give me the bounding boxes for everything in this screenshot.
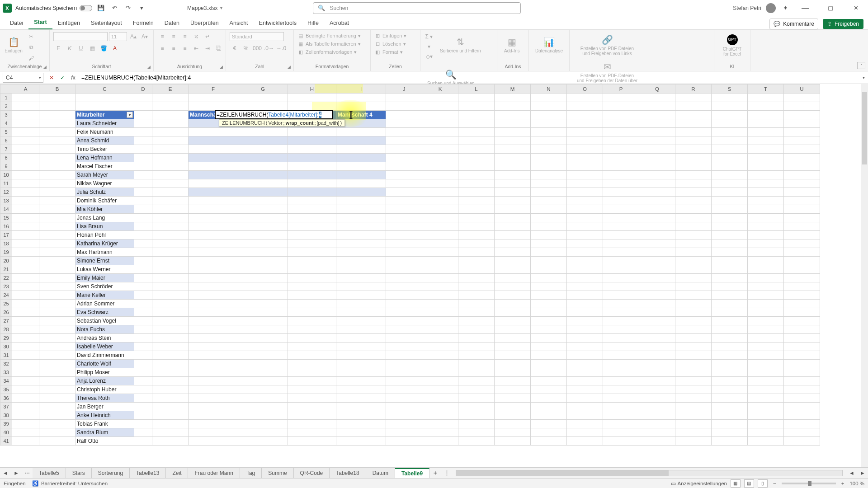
cell[interactable] — [748, 317, 784, 325]
cell[interactable] — [712, 351, 748, 360]
cell[interactable] — [39, 274, 75, 282]
cell[interactable] — [336, 291, 386, 300]
cell[interactable] — [386, 128, 422, 136]
cell[interactable] — [712, 94, 748, 102]
insert-cells-button[interactable]: ⊞Einfügen ▾ — [374, 32, 406, 40]
cell[interactable] — [288, 214, 336, 222]
cell[interactable] — [75, 94, 134, 102]
cell[interactable] — [495, 111, 531, 119]
cell[interactable] — [531, 136, 567, 145]
cell[interactable] — [152, 385, 189, 394]
cell[interactable] — [567, 128, 603, 136]
cell[interactable] — [748, 351, 784, 360]
cell[interactable] — [639, 385, 675, 394]
cell[interactable] — [152, 274, 189, 282]
cell[interactable] — [784, 291, 820, 300]
cell[interactable] — [422, 343, 458, 351]
cell[interactable] — [567, 171, 603, 179]
col-header-F[interactable]: F — [189, 84, 238, 94]
cell[interactable] — [152, 428, 189, 437]
cell[interactable] — [748, 403, 784, 411]
cell[interactable] — [386, 222, 422, 231]
cell[interactable] — [386, 420, 422, 428]
cell[interactable] — [134, 94, 152, 102]
cell[interactable] — [152, 239, 189, 248]
cell[interactable] — [567, 257, 603, 265]
cell[interactable] — [603, 343, 639, 351]
cell[interactable] — [189, 343, 238, 351]
cell[interactable] — [712, 282, 748, 291]
cell[interactable]: Simone Ernst — [75, 257, 134, 265]
cell[interactable] — [422, 308, 458, 317]
cell[interactable] — [189, 214, 238, 222]
cell[interactable] — [134, 351, 152, 360]
cell[interactable] — [39, 411, 75, 420]
row-header[interactable]: 23 — [0, 282, 12, 291]
cell[interactable] — [189, 334, 238, 343]
cell[interactable] — [567, 300, 603, 308]
row-header[interactable]: 29 — [0, 334, 12, 343]
cell[interactable] — [603, 317, 639, 325]
cell[interactable] — [422, 111, 458, 119]
cell[interactable] — [238, 188, 288, 197]
cell[interactable] — [639, 214, 675, 222]
cell[interactable] — [12, 231, 39, 239]
cell[interactable] — [422, 102, 458, 111]
cell[interactable] — [39, 343, 75, 351]
cell[interactable] — [386, 197, 422, 205]
cell[interactable] — [495, 377, 531, 385]
sheet-tab[interactable]: Tag — [240, 468, 262, 478]
cell[interactable] — [603, 265, 639, 274]
cell[interactable] — [495, 368, 531, 377]
cell[interactable]: Laura Schneider — [75, 119, 134, 128]
cell[interactable] — [784, 394, 820, 403]
row-header[interactable]: 8 — [0, 154, 12, 162]
cell[interactable] — [748, 154, 784, 162]
cell[interactable] — [784, 308, 820, 317]
cell[interactable] — [531, 360, 567, 368]
cell[interactable] — [12, 428, 39, 437]
cell[interactable] — [567, 222, 603, 231]
cell[interactable] — [531, 411, 567, 420]
cell[interactable] — [152, 291, 189, 300]
cell[interactable] — [238, 385, 288, 394]
cell[interactable] — [12, 205, 39, 214]
cell[interactable] — [675, 119, 712, 128]
cell[interactable] — [603, 128, 639, 136]
cell[interactable] — [748, 308, 784, 317]
cell[interactable] — [495, 214, 531, 222]
cell[interactable] — [238, 94, 288, 102]
row-header[interactable]: 31 — [0, 351, 12, 360]
col-header-E[interactable]: E — [152, 84, 189, 94]
cell[interactable] — [189, 128, 238, 136]
sheet-tab[interactable]: Tabelle5 — [33, 468, 66, 478]
bold-icon[interactable]: F — [53, 43, 63, 53]
sheet-nav-more[interactable]: ⋯ — [22, 468, 33, 478]
cell[interactable] — [238, 420, 288, 428]
cell[interactable] — [458, 265, 495, 274]
cell[interactable] — [495, 102, 531, 111]
cell[interactable] — [639, 128, 675, 136]
cell[interactable] — [567, 308, 603, 317]
cell[interactable] — [12, 325, 39, 334]
formula-cancel-button[interactable]: ✕ — [46, 73, 57, 83]
cell[interactable] — [288, 343, 336, 351]
cell[interactable] — [39, 282, 75, 291]
cell[interactable] — [189, 385, 238, 394]
cell[interactable] — [567, 317, 603, 325]
cell[interactable] — [134, 231, 152, 239]
cell[interactable] — [567, 94, 603, 102]
cell[interactable] — [134, 257, 152, 265]
row-header[interactable]: 19 — [0, 248, 12, 257]
cell[interactable] — [748, 257, 784, 265]
view-normal-icon[interactable]: ▦ — [731, 479, 741, 488]
cell[interactable] — [238, 102, 288, 111]
cut-icon[interactable]: ✂ — [26, 32, 36, 42]
qat-customize-icon[interactable]: ▾ — [137, 3, 146, 13]
cell[interactable]: Anja Lorenz — [75, 377, 134, 385]
cell[interactable] — [458, 437, 495, 446]
cell[interactable] — [567, 437, 603, 446]
cell[interactable] — [189, 437, 238, 446]
cell[interactable] — [152, 343, 189, 351]
cell[interactable] — [386, 300, 422, 308]
